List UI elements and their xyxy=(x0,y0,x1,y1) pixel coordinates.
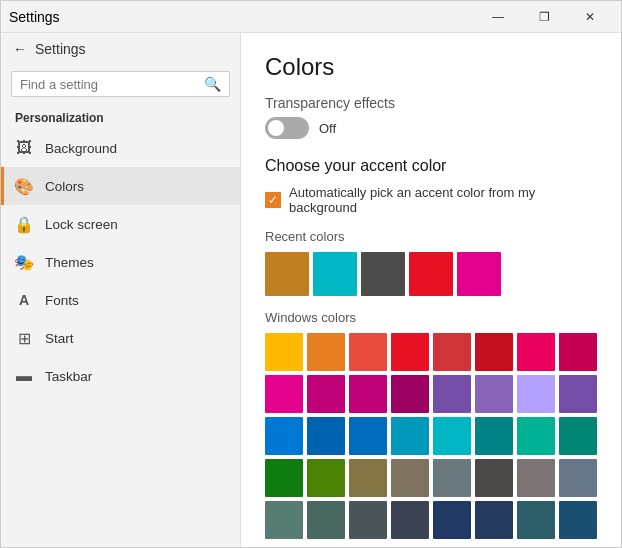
windows-color-swatch[interactable] xyxy=(433,333,471,371)
windows-color-swatch[interactable] xyxy=(307,417,345,455)
windows-color-swatch[interactable] xyxy=(559,333,597,371)
windows-color-swatch[interactable] xyxy=(265,417,303,455)
recent-colors-label: Recent colors xyxy=(265,229,597,244)
sidebar-item-fonts[interactable]: A Fonts xyxy=(1,281,240,319)
transparency-toggle-row: Off xyxy=(265,117,597,139)
minimize-button[interactable]: — xyxy=(475,1,521,33)
windows-color-swatch[interactable] xyxy=(433,417,471,455)
sidebar-item-background[interactable]: 🖼 Background xyxy=(1,129,240,167)
background-icon: 🖼 xyxy=(15,139,33,157)
close-button[interactable]: ✕ xyxy=(567,1,613,33)
auto-pick-row: ✓ Automatically pick an accent color fro… xyxy=(265,185,597,215)
toggle-state-label: Off xyxy=(319,121,336,136)
windows-color-swatch[interactable] xyxy=(517,375,555,413)
windows-color-swatch[interactable] xyxy=(391,417,429,455)
windows-color-swatch[interactable] xyxy=(475,333,513,371)
recent-colors-grid xyxy=(265,252,597,296)
recent-color-swatch[interactable] xyxy=(265,252,309,296)
sidebar-item-taskbar[interactable]: ▬ Taskbar xyxy=(1,357,240,395)
windows-color-swatch[interactable] xyxy=(517,501,555,539)
windows-color-swatch[interactable] xyxy=(559,417,597,455)
windows-color-swatch[interactable] xyxy=(349,459,387,497)
windows-color-swatch[interactable] xyxy=(307,459,345,497)
windows-color-swatch[interactable] xyxy=(265,459,303,497)
windows-color-swatch[interactable] xyxy=(307,501,345,539)
sidebar-item-label-themes: Themes xyxy=(45,255,94,270)
recent-color-swatch[interactable] xyxy=(313,252,357,296)
windows-color-swatch[interactable] xyxy=(391,459,429,497)
windows-color-swatch[interactable] xyxy=(307,375,345,413)
sidebar-item-start[interactable]: ⊞ Start xyxy=(1,319,240,357)
sidebar-item-label-colors: Colors xyxy=(45,179,84,194)
windows-color-swatch[interactable] xyxy=(391,375,429,413)
windows-color-swatch[interactable] xyxy=(475,459,513,497)
sidebar-item-themes[interactable]: 🎭 Themes xyxy=(1,243,240,281)
windows-color-swatch[interactable] xyxy=(559,459,597,497)
windows-color-swatch[interactable] xyxy=(559,375,597,413)
windows-color-swatch[interactable] xyxy=(265,333,303,371)
sidebar-section-label: Personalization xyxy=(1,103,240,129)
title-bar: Settings — ❐ ✕ xyxy=(1,1,621,33)
settings-window: Settings — ❐ ✕ ← Settings 🔍 Personalizat… xyxy=(0,0,622,548)
checkmark-icon: ✓ xyxy=(268,193,278,207)
start-icon: ⊞ xyxy=(15,329,33,347)
windows-color-swatch[interactable] xyxy=(475,375,513,413)
maximize-button[interactable]: ❐ xyxy=(521,1,567,33)
themes-icon: 🎭 xyxy=(15,253,33,271)
back-arrow-icon: ← xyxy=(13,41,27,57)
windows-color-swatch[interactable] xyxy=(349,417,387,455)
sidebar-item-label-lock-screen: Lock screen xyxy=(45,217,118,232)
windows-color-swatch[interactable] xyxy=(265,501,303,539)
windows-color-swatch[interactable] xyxy=(349,333,387,371)
sidebar-item-label-taskbar: Taskbar xyxy=(45,369,92,384)
windows-color-swatch[interactable] xyxy=(391,333,429,371)
accent-color-title: Choose your accent color xyxy=(265,157,597,175)
recent-color-swatch[interactable] xyxy=(409,252,453,296)
fonts-icon: A xyxy=(15,291,33,309)
windows-color-swatch[interactable] xyxy=(559,501,597,539)
recent-color-swatch[interactable] xyxy=(457,252,501,296)
search-box[interactable]: 🔍 xyxy=(11,71,230,97)
title-bar-left: Settings xyxy=(9,9,60,25)
windows-color-swatch[interactable] xyxy=(433,375,471,413)
windows-color-swatch[interactable] xyxy=(433,501,471,539)
windows-color-swatch[interactable] xyxy=(517,417,555,455)
windows-color-swatch[interactable] xyxy=(475,417,513,455)
windows-color-swatch[interactable] xyxy=(391,501,429,539)
windows-color-swatch[interactable] xyxy=(433,459,471,497)
windows-color-swatch[interactable] xyxy=(307,333,345,371)
back-button[interactable]: ← Settings xyxy=(1,33,240,65)
title-bar-title: Settings xyxy=(9,9,60,25)
auto-pick-checkbox[interactable]: ✓ xyxy=(265,192,281,208)
page-title: Colors xyxy=(265,53,597,81)
main-content: Colors Transparency effects Off Choose y… xyxy=(241,33,621,547)
windows-colors-grid xyxy=(265,333,597,539)
title-bar-controls: — ❐ ✕ xyxy=(475,1,613,33)
content-area: ← Settings 🔍 Personalization 🖼 Backgroun… xyxy=(1,33,621,547)
recent-color-swatch[interactable] xyxy=(361,252,405,296)
windows-color-swatch[interactable] xyxy=(517,459,555,497)
search-input[interactable] xyxy=(20,77,198,92)
windows-color-swatch[interactable] xyxy=(349,375,387,413)
windows-colors-label: Windows colors xyxy=(265,310,597,325)
back-label: Settings xyxy=(35,41,86,57)
windows-color-swatch[interactable] xyxy=(517,333,555,371)
lock-screen-icon: 🔒 xyxy=(15,215,33,233)
auto-pick-label: Automatically pick an accent color from … xyxy=(289,185,597,215)
sidebar-item-label-background: Background xyxy=(45,141,117,156)
sidebar-item-colors[interactable]: 🎨 Colors xyxy=(1,167,240,205)
transparency-label: Transparency effects xyxy=(265,95,597,111)
sidebar-item-label-start: Start xyxy=(45,331,74,346)
search-icon: 🔍 xyxy=(204,76,221,92)
sidebar-item-label-fonts: Fonts xyxy=(45,293,79,308)
sidebar: ← Settings 🔍 Personalization 🖼 Backgroun… xyxy=(1,33,241,547)
windows-color-swatch[interactable] xyxy=(349,501,387,539)
colors-icon: 🎨 xyxy=(15,177,33,195)
taskbar-icon: ▬ xyxy=(15,367,33,385)
windows-color-swatch[interactable] xyxy=(475,501,513,539)
transparency-toggle[interactable] xyxy=(265,117,309,139)
sidebar-item-lock-screen[interactable]: 🔒 Lock screen xyxy=(1,205,240,243)
windows-color-swatch[interactable] xyxy=(265,375,303,413)
